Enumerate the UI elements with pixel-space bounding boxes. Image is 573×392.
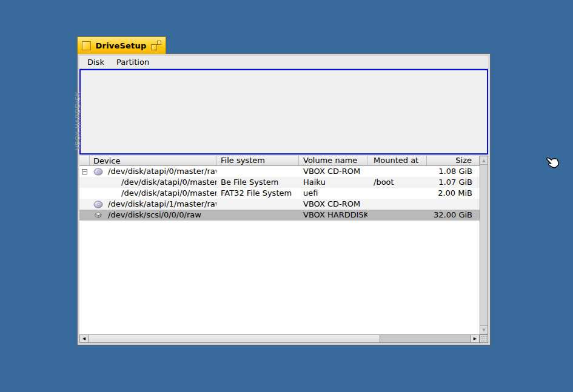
file-system-cell bbox=[216, 199, 299, 210]
window-title: DriveSetup bbox=[91, 41, 151, 50]
drivesetup-window: Disk Partition VBOX HARDDISK Device File… bbox=[77, 53, 491, 345]
device-path: /dev/disk/atapi/0/master/1 bbox=[121, 188, 216, 199]
hand-cursor-icon bbox=[545, 154, 560, 170]
vertical-scrollbar[interactable]: ▲ ▼ bbox=[480, 156, 488, 334]
table-row-selected[interactable]: /dev/disk/scsi/0/0/0/raw VBOX HARDDISK 3… bbox=[79, 210, 488, 221]
scroll-right-icon[interactable]: ▶ bbox=[471, 335, 479, 342]
header-device[interactable]: Device bbox=[90, 156, 216, 165]
volume-name-cell: VBOX HARDDISK bbox=[299, 210, 367, 221]
desktop: { "colors": { "desktop_background": "#38… bbox=[0, 0, 573, 392]
size-cell bbox=[427, 199, 480, 210]
table-row[interactable]: − /dev/disk/atapi/0/master/raw VBOX CD-R… bbox=[79, 166, 480, 177]
size-cell: 2.00 MiB bbox=[427, 188, 480, 199]
scroll-up-icon[interactable]: ▲ bbox=[480, 156, 488, 165]
header-size[interactable]: Size bbox=[427, 156, 480, 165]
volume-name-cell: Haiku bbox=[299, 177, 367, 188]
table-row[interactable]: /dev/disk/atapi/1/master/raw VBOX CD-ROM bbox=[79, 199, 480, 210]
menu-bar: Disk Partition bbox=[79, 56, 488, 69]
volume-name-cell: VBOX CD-ROM bbox=[299, 166, 367, 177]
hard-disk-icon bbox=[93, 211, 103, 219]
mounted-at-cell bbox=[367, 166, 427, 177]
resize-grip[interactable] bbox=[480, 334, 488, 343]
file-system-cell: FAT32 File System bbox=[216, 188, 299, 199]
partition-list: Device File system Volume name Mounted a… bbox=[79, 156, 488, 343]
scroll-left-icon[interactable]: ◀ bbox=[80, 335, 89, 342]
zoom-small-square-icon bbox=[157, 41, 161, 45]
file-system-cell bbox=[216, 166, 299, 177]
size-cell: 1.07 GiB bbox=[427, 177, 480, 188]
menu-partition[interactable]: Partition bbox=[110, 56, 155, 68]
size-cell: 32.00 GiB bbox=[427, 210, 480, 221]
zoom-button[interactable] bbox=[151, 41, 161, 50]
cd-drive-icon bbox=[93, 168, 103, 176]
device-path: /dev/disk/atapi/0/master/0 bbox=[121, 177, 216, 188]
size-cell: 1.08 GiB bbox=[427, 166, 480, 177]
header-file-system[interactable]: File system bbox=[216, 156, 299, 165]
list-header-row: Device File system Volume name Mounted a… bbox=[79, 156, 480, 166]
volume-name-cell: VBOX CD-ROM bbox=[299, 199, 367, 210]
expander-collapse-icon[interactable]: − bbox=[82, 169, 87, 174]
disk-name-vertical-label: VBOX HARDDISK bbox=[74, 91, 82, 150]
volume-name-cell: uefi bbox=[299, 188, 367, 199]
file-system-cell bbox=[216, 210, 299, 221]
close-button[interactable] bbox=[82, 41, 91, 50]
menu-disk[interactable]: Disk bbox=[81, 56, 110, 68]
scroll-down-icon[interactable]: ▼ bbox=[480, 325, 488, 334]
horizontal-scrollbar-track[interactable] bbox=[380, 335, 471, 342]
mounted-at-cell bbox=[367, 199, 427, 210]
window-title-tab[interactable]: DriveSetup bbox=[77, 36, 166, 54]
cd-drive-icon bbox=[93, 201, 103, 208]
header-expander-column[interactable] bbox=[79, 156, 90, 165]
table-row[interactable]: /dev/disk/atapi/0/master/0 Be File Syste… bbox=[79, 177, 480, 188]
file-system-cell: Be File System bbox=[216, 177, 299, 188]
device-path: /dev/disk/atapi/1/master/raw bbox=[108, 199, 216, 210]
disk-space-view[interactable]: VBOX HARDDISK bbox=[79, 69, 488, 154]
header-mounted-at[interactable]: Mounted at bbox=[367, 156, 427, 165]
mounted-at-cell bbox=[367, 210, 427, 221]
mounted-at-cell bbox=[367, 188, 427, 199]
header-volume-name[interactable]: Volume name bbox=[299, 156, 367, 165]
device-path: /dev/disk/atapi/0/master/raw bbox=[108, 166, 216, 177]
zoom-big-square-icon bbox=[151, 44, 157, 50]
table-row[interactable]: /dev/disk/atapi/0/master/1 FAT32 File Sy… bbox=[79, 188, 480, 199]
horizontal-scrollbar-thumb[interactable] bbox=[89, 335, 380, 342]
horizontal-scrollbar[interactable]: ◀ ▶ bbox=[79, 334, 480, 343]
mounted-at-cell: /boot bbox=[367, 177, 427, 188]
device-path: /dev/disk/scsi/0/0/0/raw bbox=[108, 210, 201, 221]
